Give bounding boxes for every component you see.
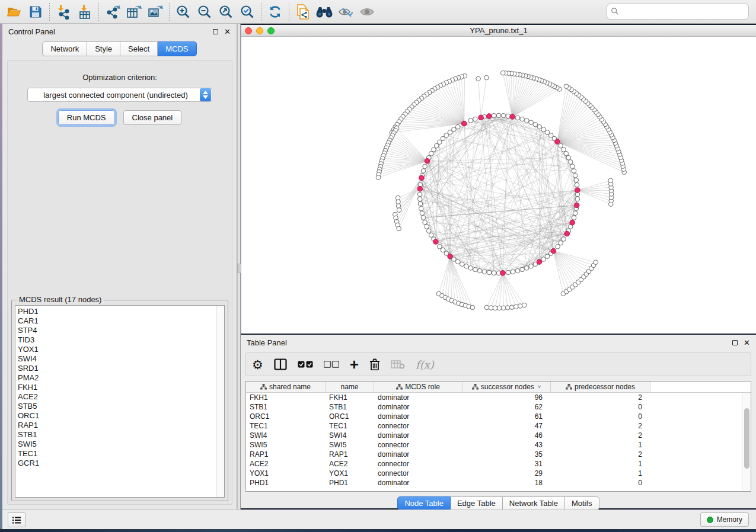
open-folder-icon[interactable] xyxy=(4,2,25,22)
window-close-icon[interactable] xyxy=(245,27,252,34)
cell-successor-nodes[interactable]: 18 xyxy=(462,478,551,488)
graph-node[interactable] xyxy=(417,197,422,201)
cell-name[interactable]: TEC1 xyxy=(326,421,374,431)
mcds-result-item[interactable]: TID3 xyxy=(18,335,224,345)
cell-predecessor-nodes[interactable]: 2 xyxy=(551,431,650,440)
tab-motifs[interactable]: Motifs xyxy=(565,496,599,510)
column-header-predecessor-nodes[interactable]: predecessor nodes xyxy=(551,382,650,392)
cell-successor-nodes[interactable]: 62 xyxy=(462,402,551,412)
graph-node[interactable] xyxy=(420,211,425,216)
graph-node[interactable] xyxy=(487,270,492,275)
graph-node[interactable] xyxy=(573,173,578,178)
float-panel-icon[interactable] xyxy=(213,29,218,34)
graph-node[interactable] xyxy=(441,136,445,141)
table-row[interactable]: STB1STB1dominator620 xyxy=(246,402,742,412)
graph-leaf-node[interactable] xyxy=(484,305,489,310)
cell-name[interactable]: ACE2 xyxy=(326,459,374,469)
select-all-columns-icon[interactable] xyxy=(298,355,313,373)
cell-shared-name[interactable]: ORC1 xyxy=(246,412,326,421)
mcds-result-item[interactable]: TEC1 xyxy=(18,449,224,459)
cell-name[interactable]: SWI5 xyxy=(326,440,374,450)
graph-node[interactable] xyxy=(537,124,542,129)
cell-name[interactable]: FKH1 xyxy=(326,393,374,402)
table-row[interactable]: ACE2ACE2connector311 xyxy=(246,459,742,469)
cell-predecessor-nodes[interactable]: 2 xyxy=(551,421,650,431)
graph-leaf-node[interactable] xyxy=(489,306,493,310)
cell-shared-name[interactable]: STB1 xyxy=(246,402,326,412)
graph-node[interactable] xyxy=(533,122,538,127)
graph-node[interactable] xyxy=(545,130,550,135)
graph-node[interactable] xyxy=(575,182,579,187)
cell-shared-name[interactable]: YOX1 xyxy=(246,469,326,478)
column-header-MCDS-role[interactable]: MCDS role xyxy=(374,382,462,392)
cell-predecessor-nodes[interactable]: 0 xyxy=(551,402,650,412)
cell-name[interactable]: ORC1 xyxy=(326,412,374,421)
graph-mcds-hub-node[interactable] xyxy=(487,114,492,119)
graph-node[interactable] xyxy=(564,151,569,156)
graph-node[interactable] xyxy=(468,266,473,271)
graph-node[interactable] xyxy=(562,148,566,152)
graph-leaf-node[interactable] xyxy=(493,306,497,310)
graph-node[interactable] xyxy=(438,244,442,249)
mcds-result-item[interactable]: ORC1 xyxy=(18,411,224,421)
create-column-icon[interactable]: + xyxy=(350,355,359,373)
cell-predecessor-nodes[interactable]: 0 xyxy=(551,412,650,421)
network-canvas[interactable] xyxy=(241,37,756,333)
cell-successor-nodes[interactable]: 35 xyxy=(462,450,551,459)
tab-select[interactable]: Select xyxy=(120,41,158,56)
graph-node[interactable] xyxy=(482,270,487,274)
mcds-list-scrollbar[interactable] xyxy=(216,306,224,497)
graph-node[interactable] xyxy=(501,113,506,118)
cell-predecessor-nodes[interactable]: 2 xyxy=(551,450,650,459)
show-graphics-details-icon[interactable] xyxy=(356,2,378,22)
graph-node[interactable] xyxy=(572,216,576,220)
graph-node[interactable] xyxy=(492,271,496,275)
table-row[interactable]: SWI4SWI4dominator462 xyxy=(246,431,742,440)
cell-name[interactable]: YOX1 xyxy=(326,469,374,478)
float-panel-icon[interactable] xyxy=(732,340,738,345)
export-network-icon[interactable] xyxy=(102,2,123,22)
graph-node[interactable] xyxy=(520,267,525,272)
graph-node[interactable] xyxy=(417,192,422,197)
graph-node[interactable] xyxy=(541,257,546,262)
cell-MCDS-role[interactable]: connector xyxy=(374,440,462,450)
graph-node[interactable] xyxy=(569,160,573,165)
graph-node[interactable] xyxy=(426,229,431,233)
tab-mcds[interactable]: MCDS xyxy=(158,41,196,56)
graph-node[interactable] xyxy=(419,206,423,211)
cell-shared-name[interactable]: TEC1 xyxy=(246,421,326,431)
graph-node[interactable] xyxy=(511,270,515,274)
graph-node[interactable] xyxy=(429,151,433,156)
import-table-icon[interactable] xyxy=(74,2,95,22)
graph-node[interactable] xyxy=(477,268,482,273)
graph-leaf-node[interactable] xyxy=(476,76,481,81)
delete-column-trash-icon[interactable] xyxy=(369,355,380,373)
graph-mcds-hub-node[interactable] xyxy=(461,121,467,126)
mcds-result-item[interactable]: SRD1 xyxy=(18,364,224,373)
mcds-result-item[interactable]: STB1 xyxy=(18,430,224,440)
close-panel-button[interactable]: Close panel xyxy=(123,110,182,125)
graph-node[interactable] xyxy=(423,220,428,225)
graph-mcds-hub-node[interactable] xyxy=(419,175,425,181)
graph-node[interactable] xyxy=(496,113,501,118)
cell-predecessor-nodes[interactable]: 0 xyxy=(551,478,650,488)
table-settings-gear-icon[interactable]: ⚙ xyxy=(252,355,263,373)
graph-node[interactable] xyxy=(529,264,534,269)
graph-node[interactable] xyxy=(566,155,571,160)
graph-node[interactable] xyxy=(506,270,511,275)
refresh-icon[interactable] xyxy=(264,2,286,22)
graph-leaf-node[interactable] xyxy=(500,70,505,75)
graph-leaf-node[interactable] xyxy=(484,75,489,80)
window-maximize-icon[interactable] xyxy=(267,27,275,34)
cell-MCDS-role[interactable]: dominator xyxy=(374,393,462,402)
graph-node[interactable] xyxy=(435,143,439,148)
zoom-in-icon[interactable] xyxy=(173,2,194,22)
table-row[interactable]: ORC1ORC1dominator610 xyxy=(246,412,742,421)
graph-node[interactable] xyxy=(524,118,529,123)
graph-node[interactable] xyxy=(444,133,449,138)
tab-edge-table[interactable]: Edge Table xyxy=(451,496,503,510)
graph-leaf-node[interactable] xyxy=(608,178,613,183)
cell-successor-nodes[interactable]: 43 xyxy=(462,440,551,450)
run-mcds-button[interactable]: Run MCDS xyxy=(58,110,115,125)
cell-successor-nodes[interactable]: 46 xyxy=(462,431,551,440)
